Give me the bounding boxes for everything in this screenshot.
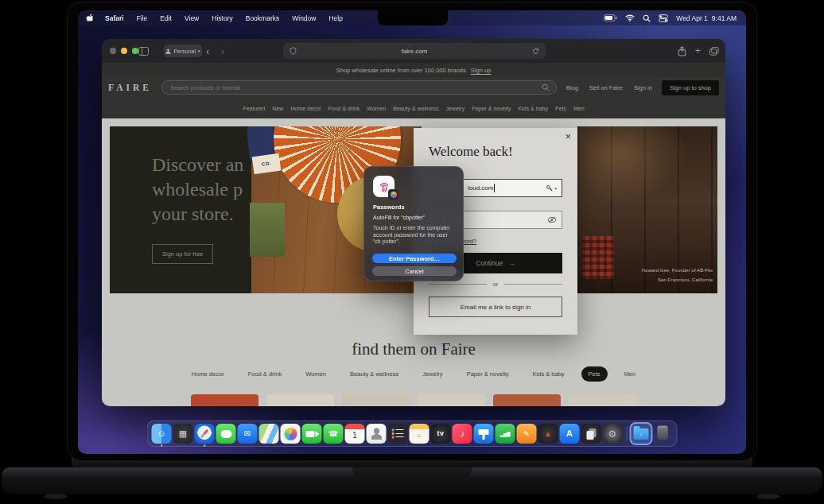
menu-item[interactable]: Safari	[99, 14, 130, 22]
forward-button[interactable]: ›	[221, 45, 224, 57]
downloads-icon[interactable]: ↓	[632, 424, 651, 444]
menu-item[interactable]: File	[130, 14, 154, 22]
header-link[interactable]: Blog	[566, 84, 578, 91]
documents-icon[interactable]	[581, 424, 601, 444]
email-link-button[interactable]: Email me a link to sign in	[429, 297, 562, 317]
launchpad-icon[interactable]: ▦	[173, 424, 193, 444]
category-link[interactable]: New	[272, 106, 283, 111]
search-input[interactable]	[169, 83, 537, 92]
facetime-icon[interactable]	[302, 424, 322, 444]
menu-item[interactable]: Help	[322, 14, 348, 22]
category-pill[interactable]: Men	[617, 366, 643, 382]
menu-item[interactable]: Bookmarks	[239, 14, 286, 22]
category-pill[interactable]: Women	[298, 366, 333, 382]
site-search-bar[interactable]	[161, 80, 557, 95]
category-link[interactable]: Home decor	[290, 106, 321, 111]
address-bar[interactable]: faire.com	[283, 43, 546, 59]
product-card[interactable]	[493, 394, 561, 406]
tab-overview-icon[interactable]	[709, 45, 719, 57]
menu-item[interactable]: Window	[286, 14, 322, 22]
reload-icon[interactable]	[532, 48, 539, 55]
sidebar-toggle-icon[interactable]	[138, 45, 149, 57]
product-card[interactable]	[266, 394, 334, 406]
signup-free-button[interactable]: Sign up for free	[152, 244, 213, 264]
maps-icon[interactable]	[259, 424, 279, 444]
menu-item[interactable]: History	[205, 14, 239, 22]
safari-icon[interactable]	[195, 424, 215, 444]
finder-icon[interactable]: ☺	[152, 424, 172, 444]
product-card[interactable]	[191, 394, 258, 406]
close-window-button[interactable]	[110, 48, 116, 54]
category-pill[interactable]: Paper & novelty	[460, 366, 516, 382]
category-pill[interactable]: Home decor	[185, 366, 231, 382]
autofill-key-icon[interactable]: ▾	[546, 184, 557, 192]
signup-to-shop-button[interactable]: Sign up to shop	[662, 80, 719, 95]
contacts-icon[interactable]	[367, 424, 387, 444]
category-link[interactable]: Food & drink	[328, 106, 360, 111]
keynote-icon[interactable]	[474, 424, 494, 444]
mail-icon[interactable]: ✉	[238, 424, 258, 444]
spotlight-search-icon[interactable]	[643, 14, 651, 22]
pages-icon[interactable]: ✎	[517, 424, 537, 444]
header-link[interactable]: Sign in	[634, 84, 652, 91]
minimize-window-button[interactable]	[121, 48, 127, 54]
faire-logo[interactable]: FAIRE	[108, 83, 152, 92]
profile-label: Personal	[173, 48, 196, 54]
product-card[interactable]	[342, 394, 410, 406]
enter-password-button[interactable]: Enter Password…	[372, 254, 457, 263]
photo-green-box	[250, 203, 285, 257]
back-button[interactable]: ‹	[206, 45, 209, 57]
music-icon[interactable]: ♪	[453, 424, 472, 444]
search-icon[interactable]	[542, 83, 550, 91]
header-link[interactable]: Sell on Faire	[589, 84, 623, 91]
category-link[interactable]: Paper & novelty	[472, 106, 511, 111]
reminders-icon[interactable]	[388, 424, 408, 444]
product-card[interactable]	[418, 394, 485, 406]
category-link[interactable]: Kids & baby	[519, 106, 548, 111]
trash-icon[interactable]	[653, 424, 673, 444]
messages-icon[interactable]	[216, 424, 236, 444]
photo-plaid-shirts	[582, 236, 614, 279]
category-link[interactable]: Beauty & wellness	[393, 106, 438, 111]
share-icon[interactable]	[678, 45, 686, 57]
category-link[interactable]: Women	[367, 106, 386, 111]
close-icon[interactable]: ×	[565, 131, 571, 142]
profile-switcher[interactable]: Personal ▾	[164, 45, 202, 57]
category-pill[interactable]: Pets	[581, 366, 608, 382]
hero-photo-right: Howard Gee, Founder of AB Fits San Franc…	[577, 126, 717, 293]
category-pill[interactable]: Jewelry	[415, 366, 449, 382]
app-store-icon[interactable]: A	[560, 424, 580, 444]
tv-icon[interactable]: tv	[431, 424, 451, 444]
menu-item[interactable]: Edit	[154, 14, 178, 22]
apple-menu-icon[interactable]	[84, 14, 99, 23]
promo-signup-link[interactable]: Sign up	[471, 67, 491, 74]
hero-heading: Discover anwholesale pyour store.	[152, 153, 263, 227]
wifi-icon[interactable]	[625, 14, 635, 21]
show-password-eye-icon[interactable]	[547, 216, 557, 223]
notes-icon[interactable]: ≡	[410, 424, 429, 444]
section-heading: find them on Faire	[102, 339, 725, 359]
category-link[interactable]: Jewelry	[445, 106, 464, 111]
numbers-icon[interactable]: ▂▅▇	[496, 424, 515, 444]
cancel-button[interactable]: Cancel	[372, 266, 457, 276]
category-link[interactable]: Pets	[555, 106, 566, 111]
product-card[interactable]	[569, 394, 636, 406]
settings-icon[interactable]: ⚙	[603, 424, 623, 444]
new-tab-button[interactable]: +	[695, 45, 701, 57]
battery-icon[interactable]	[604, 14, 617, 21]
calendar-icon[interactable]: 1	[345, 424, 365, 444]
category-link[interactable]: Men	[573, 106, 585, 111]
phone-icon[interactable]: ☎	[324, 424, 344, 444]
photos-icon[interactable]	[281, 424, 301, 444]
menu-item[interactable]: View	[178, 14, 205, 22]
category-pill[interactable]: Food & drink	[241, 366, 290, 382]
privacy-shield-icon[interactable]	[290, 47, 297, 55]
zoom-window-button[interactable]	[132, 48, 138, 54]
category-pill[interactable]: Kids & baby	[526, 366, 572, 382]
category-link[interactable]: Featured	[243, 106, 265, 111]
menu-bar-clock[interactable]: Wed Apr 1 9:41 AM	[676, 14, 737, 22]
category-pill[interactable]: Beauty & wellness	[343, 366, 406, 382]
desktop: SafariFileEditViewHistoryBookmarksWindow…	[78, 10, 746, 454]
control-center-icon[interactable]	[659, 14, 668, 22]
rocket-app-icon[interactable]: ▲	[538, 424, 558, 444]
